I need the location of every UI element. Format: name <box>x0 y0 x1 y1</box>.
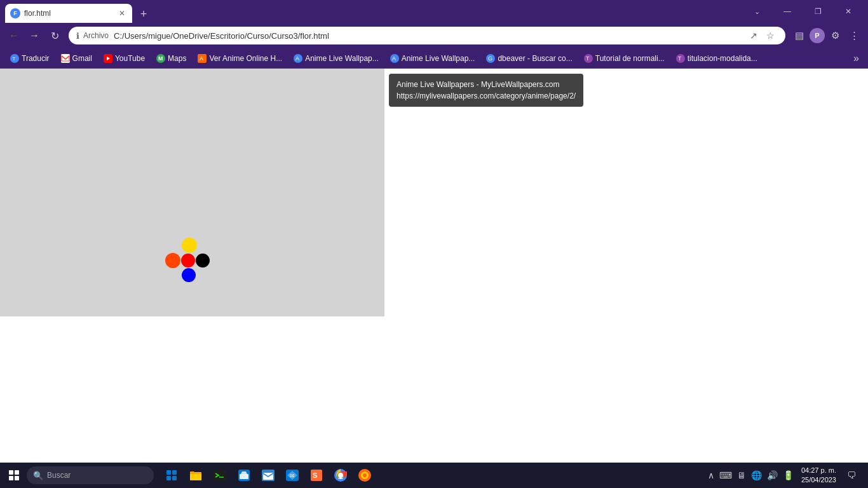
right-controls: ▤ P ⚙ ⋮ <box>790 27 863 44</box>
address-bar: ← → ↻ ℹ Archivo C:/Users/migue/OneDrive/… <box>0 23 868 48</box>
anime-online-icon: A <box>198 54 207 63</box>
bookmark-star-icon[interactable]: ☆ <box>763 28 778 43</box>
tab-close-button[interactable]: ✕ <box>117 8 127 18</box>
svg-text:T: T <box>586 55 590 62</box>
title-bar: F flor.html ✕ + ⌄ — ❐ ✕ <box>0 0 868 23</box>
battery-icon[interactable]: 🔋 <box>782 469 795 482</box>
traducir-icon: T <box>10 54 19 63</box>
bookmark-anime-online[interactable]: A Ver Anime Online H... <box>193 52 287 65</box>
maps-icon: M <box>156 54 165 63</box>
bookmark-tutorial[interactable]: T Tutorial de normali... <box>579 52 670 65</box>
windows-logo-icon <box>9 470 19 480</box>
taskbar-search-icon: 🔍 <box>33 471 43 480</box>
active-tab[interactable]: F flor.html ✕ <box>5 4 132 23</box>
bookmarks-bar: T Traducir Gmail YouTube M Maps A Ver An… <box>0 48 868 69</box>
canvas-area <box>0 69 384 316</box>
chrome-icon <box>334 469 347 482</box>
maximize-button[interactable]: ❐ <box>803 0 832 23</box>
anime-live-1-icon: A <box>294 54 302 63</box>
tab-favicon: F <box>10 8 20 18</box>
url-bar[interactable]: ℹ Archivo C:/Users/migue/OneDrive/Escrit… <box>69 27 785 44</box>
url-text: C:/Users/migue/OneDrive/Escritorio/Curso… <box>114 31 742 41</box>
bookmark-tutorial-label: Tutorial de normali... <box>595 54 665 63</box>
close-button[interactable]: ✕ <box>834 0 863 23</box>
bookmark-anime-live-2[interactable]: A Anime Live Wallpap... <box>385 52 480 65</box>
file-manager-icon <box>189 469 202 482</box>
bookmark-anime-live-2-label: Anime Live Wallpap... <box>402 54 475 63</box>
taskbar-app5[interactable] <box>257 464 280 487</box>
start-button[interactable] <box>3 464 25 487</box>
bookmark-gmail-label: Gmail <box>72 54 92 63</box>
svg-text:M: M <box>158 55 163 62</box>
svg-rect-24 <box>214 470 226 481</box>
tab-area: F flor.html ✕ + <box>5 0 740 23</box>
forward-button[interactable]: → <box>25 27 43 44</box>
taskbar: 🔍 Buscar <box>0 463 868 488</box>
bookmarks-more-button[interactable]: » <box>850 50 863 67</box>
black-circle <box>196 254 210 268</box>
url-prefix: Archivo <box>83 31 109 40</box>
bookmark-titulacion[interactable]: T titulacion-modalida... <box>671 52 763 65</box>
tab-overflow-button[interactable]: ⌄ <box>742 0 771 23</box>
app6-icon: ✉ <box>286 469 299 482</box>
bookmark-traducir-label: Traducir <box>22 54 50 63</box>
bookmark-maps-label: Maps <box>168 54 186 63</box>
menu-button[interactable]: ⋮ <box>845 27 863 44</box>
extensions-button[interactable]: ⚙ <box>826 27 844 44</box>
anime-live-2-icon: A <box>390 54 399 63</box>
system-tray: ∧ ⌨ 🖥 🌐 🔊 🔋 <box>707 469 795 482</box>
new-tab-button[interactable]: + <box>135 5 153 23</box>
taskbar-task-view[interactable] <box>160 464 183 487</box>
share-icon[interactable]: ↗ <box>746 28 761 43</box>
reload-button[interactable]: ↻ <box>46 27 64 44</box>
blue-circle <box>182 268 196 282</box>
notification-center-button[interactable]: 🗨 <box>843 466 860 484</box>
minimize-button[interactable]: — <box>773 0 802 23</box>
svg-text:G: G <box>488 55 492 62</box>
webpage: Anime Live Wallpapers - MyLiveWallpapers… <box>0 69 868 463</box>
tab-title: flor.html <box>24 9 113 18</box>
taskbar-app6[interactable]: ✉ <box>281 464 304 487</box>
taskbar-firefox[interactable] <box>353 464 376 487</box>
svg-text:A: A <box>392 55 396 62</box>
system-clock[interactable]: 04:27 p. m. 25/04/2023 <box>797 464 840 487</box>
taskbar-terminal[interactable] <box>208 464 231 487</box>
bookmark-gmail[interactable]: Gmail <box>56 52 97 65</box>
svg-text:S: S <box>313 471 317 479</box>
bookmark-maps[interactable]: M Maps <box>151 52 191 65</box>
bookmark-dbeaver[interactable]: G dbeaver - Buscar co... <box>481 52 577 65</box>
keyboard-icon[interactable]: ⌨ <box>718 469 733 482</box>
tooltip-title: Anime Live Wallpapers - MyLiveWallpapers… <box>397 79 576 90</box>
svg-text:A: A <box>200 55 203 62</box>
screen-icon[interactable]: 🖥 <box>736 469 747 482</box>
bookmark-traducir[interactable]: T Traducir <box>5 52 55 65</box>
taskbar-sublime[interactable]: S <box>305 464 328 487</box>
url-actions: ↗ ☆ <box>746 28 778 43</box>
titulacion-icon: T <box>676 54 685 63</box>
taskbar-store[interactable] <box>233 464 255 487</box>
network-icon[interactable]: 🌐 <box>750 469 763 482</box>
svg-rect-27 <box>240 474 248 479</box>
taskbar-file-manager[interactable] <box>184 464 207 487</box>
bookmark-youtube-label: YouTube <box>115 54 145 63</box>
clock-date: 25/04/2023 <box>801 475 836 485</box>
back-button: ← <box>5 27 23 44</box>
tooltip-url: https://mylivewallpapers.com/category/an… <box>397 90 576 102</box>
svg-rect-21 <box>166 476 171 480</box>
profile-avatar[interactable]: P <box>810 28 825 43</box>
sidebar-toggle-button[interactable]: ▤ <box>790 27 808 44</box>
firefox-icon <box>358 469 371 482</box>
svg-text:T: T <box>678 55 682 62</box>
bookmark-anime-live-1[interactable]: A Anime Live Wallpap... <box>288 52 384 65</box>
volume-icon[interactable]: 🔊 <box>766 469 779 482</box>
svg-rect-2 <box>61 54 70 63</box>
gmail-icon <box>61 54 70 63</box>
link-tooltip: Anime Live Wallpapers - MyLiveWallpapers… <box>389 74 583 107</box>
bookmark-youtube[interactable]: YouTube <box>98 52 150 65</box>
taskbar-chrome[interactable] <box>329 464 352 487</box>
tray-up-arrow-icon[interactable]: ∧ <box>707 469 715 482</box>
dbeaver-icon: G <box>486 54 495 63</box>
taskbar-apps: ✉ S <box>160 464 376 487</box>
taskbar-search[interactable]: 🔍 Buscar <box>27 466 154 484</box>
svg-text:A: A <box>295 55 299 62</box>
